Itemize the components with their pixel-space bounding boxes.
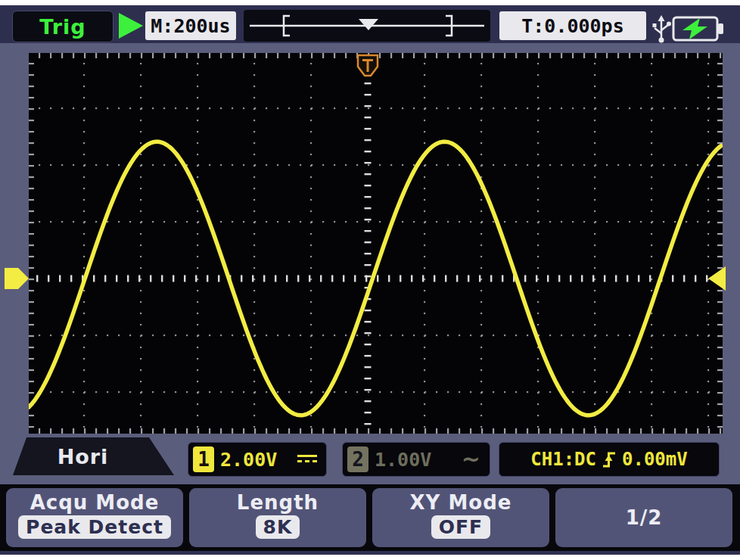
softkey-label: Length: [237, 491, 319, 514]
softkey-label: XY Mode: [410, 491, 512, 514]
timebase-value: M:200us: [151, 15, 230, 37]
ch1-ground-marker[interactable]: [4, 266, 30, 291]
timebase-box: M:200us: [145, 11, 236, 40]
ch2-badge: 2: [347, 446, 368, 472]
trigger-level-marker[interactable]: [707, 266, 726, 291]
ch2-readout-box[interactable]: 2 1.00V ~: [342, 442, 490, 477]
softkey-length[interactable]: Length 8K: [189, 488, 366, 547]
softkey-label: 1/2: [626, 506, 663, 529]
softkey-xy-mode[interactable]: XY Mode OFF: [372, 488, 549, 547]
ac-coupling-icon: ~: [462, 456, 480, 463]
ch1-scale: 2.00V: [220, 449, 277, 471]
oscilloscope-screen: Trig M:200us T:0.000ps: [0, 0, 740, 560]
trigger-time-box: T:0.000ps: [499, 11, 646, 40]
trigger-readout-box[interactable]: CH1:DC 0.00mV: [499, 442, 720, 477]
ch2-scale: 1.00V: [375, 449, 431, 471]
trigger-status-box: Trig: [12, 11, 113, 42]
window-position-bar-icon: [244, 10, 490, 42]
usb-icon: [651, 14, 672, 45]
ch1-badge: 1: [193, 446, 214, 472]
softkey-value: Peak Detect: [18, 515, 171, 539]
battery-charging-icon: [672, 16, 725, 42]
trigger-source: CH1:DC: [530, 449, 596, 470]
trigger-status-label: Trig: [39, 15, 86, 39]
horizontal-position-indicator[interactable]: [244, 10, 490, 42]
softkey-label: Acqu Mode: [30, 491, 160, 514]
run-play-triangle-icon: [119, 13, 143, 39]
trigger-position-marker-icon[interactable]: [356, 54, 380, 78]
rising-edge-icon: [602, 450, 616, 469]
trigger-time-value: T:0.000ps: [521, 15, 623, 37]
softkey-acqu-mode[interactable]: Acqu Mode Peak Detect: [6, 488, 183, 547]
graticule-svg: [29, 53, 723, 434]
trigger-level: 0.00mV: [622, 449, 688, 470]
ch1-readout-box[interactable]: 1 2.00V: [188, 442, 327, 477]
softkey-page-indicator[interactable]: 1/2: [555, 488, 732, 547]
hori-tab[interactable]: Hori: [13, 437, 174, 475]
dc-coupling-icon: [297, 455, 317, 464]
softkey-value: OFF: [431, 515, 490, 539]
softkey-menu: Acqu Mode Peak Detect Length 8K XY Mode …: [0, 484, 740, 551]
window-center-triangle-icon: [359, 19, 378, 30]
waveform-trace: [29, 142, 721, 415]
lightning-bolt-icon: [682, 18, 707, 39]
display-area: Trig M:200us T:0.000ps: [0, 5, 740, 555]
bottom-accent-band: [0, 551, 740, 555]
softkey-value: 8K: [256, 515, 300, 539]
hori-tab-label: Hori: [58, 445, 130, 468]
